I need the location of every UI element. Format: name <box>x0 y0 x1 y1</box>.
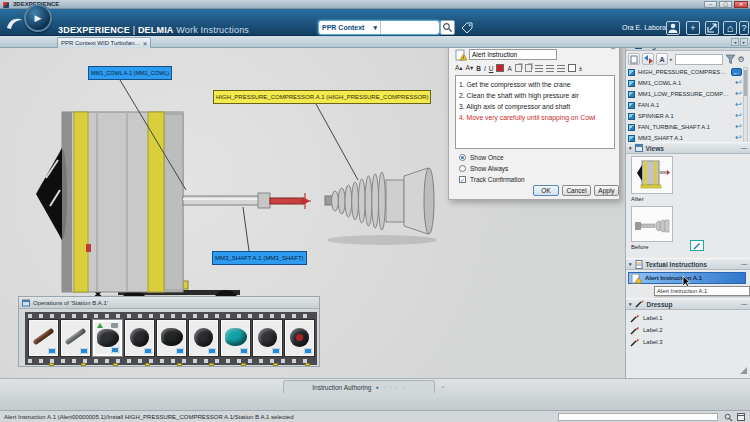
panel-minimize-icon[interactable]: — <box>741 261 747 267</box>
list-mode-button[interactable] <box>628 53 640 65</box>
inactive-dots[interactable]: ○ ○ ○ ○ <box>383 384 406 390</box>
gear-icon[interactable]: ⚙ <box>738 55 745 64</box>
filmstrip-frame-7[interactable] <box>221 320 250 356</box>
camera-badge-icon[interactable] <box>144 348 152 354</box>
align-right-icon[interactable] <box>557 65 565 72</box>
views-panel-header[interactable]: ▾ Views — <box>626 142 750 154</box>
font-color-button[interactable]: A <box>507 65 511 72</box>
instruction-authoring-tab[interactable]: Instruction Authoring ● ○ ○ ○ ○ <box>283 380 435 393</box>
checkbox-checked-icon[interactable]: ✓ <box>459 176 466 183</box>
camera-badge-icon[interactable] <box>240 348 248 354</box>
mfg-tree-item[interactable]: FAN A.1 ↩ <box>628 100 742 110</box>
underline-button[interactable]: U <box>489 65 494 72</box>
view-before-thumbnail[interactable] <box>631 206 673 242</box>
expand-icon[interactable]: ▸ <box>670 56 673 62</box>
textual-panel-header[interactable]: ▾ Textual Instructions — <box>626 258 750 270</box>
mfg-tree-item[interactable]: SPINNER A.1 ↩ <box>628 111 742 121</box>
mfg-tree-item[interactable]: FAN_TURBINE_SHAFT A.1 ↩ <box>628 122 742 132</box>
collapse-icon[interactable]: ▾ <box>629 301 632 307</box>
back-arrow-icon[interactable]: ↩ <box>735 90 742 98</box>
filmstrip-frame-8[interactable] <box>253 320 282 356</box>
show-once-option[interactable]: Show Once <box>459 154 504 161</box>
add-button[interactable]: + <box>686 21 700 35</box>
engine-cowl[interactable] <box>36 112 183 292</box>
paste-icon[interactable] <box>525 64 532 72</box>
back-arrow-icon[interactable]: ↩ <box>735 101 742 109</box>
assign-arrow-icon[interactable]: ← <box>731 68 742 76</box>
align-left-icon[interactable] <box>535 65 543 72</box>
part-label-shaft[interactable]: MM3_SHAFT A.1 (MM3_SHAFT) <box>212 251 307 265</box>
plus-minus-icon[interactable]: ± <box>579 65 583 72</box>
active-dot[interactable]: ● <box>375 384 378 390</box>
collapse-icon[interactable]: ▾ <box>629 145 632 151</box>
instruction-title-input[interactable] <box>469 49 557 60</box>
camera-badge-icon[interactable] <box>208 348 216 354</box>
minimize-button[interactable]: – <box>704 1 717 8</box>
rename-button[interactable]: A <box>656 53 668 65</box>
filmstrip-frame-5[interactable] <box>157 320 186 356</box>
part-label-compressor[interactable]: HIGH_PRESSURE_COMPRESSOR.A.1 (HIGH_PRESS… <box>213 90 431 104</box>
camera-badge-icon[interactable] <box>48 348 56 354</box>
profile-button[interactable] <box>666 21 680 35</box>
align-center-icon[interactable] <box>546 65 554 72</box>
italic-button[interactable]: I <box>484 65 486 72</box>
toolbar-collapse-chevron[interactable]: ⌄ <box>440 382 446 390</box>
dressup-panel-header[interactable]: ▾ Dressup — <box>626 298 750 310</box>
filmstrip-frame-3[interactable] <box>93 320 122 356</box>
filmstrip-frame-9[interactable] <box>285 320 314 356</box>
home-button[interactable]: ⌂ <box>723 21 737 35</box>
camera-badge-icon[interactable] <box>304 348 312 354</box>
mfg-tree-item[interactable]: HIGH_PRESSURE_COMPRESSOR A.1 ← <box>628 67 742 77</box>
panel-resize-grip[interactable] <box>740 367 747 374</box>
global-search-input[interactable] <box>381 21 439 34</box>
camera-badge-icon[interactable] <box>176 348 184 354</box>
ppr-context-dropdown[interactable]: PPR Context ▾ <box>319 21 381 34</box>
bold-button[interactable]: B <box>476 65 481 72</box>
shaft[interactable] <box>183 193 311 209</box>
filter-funnel-icon[interactable] <box>725 54 736 65</box>
text-color-swatch[interactable] <box>496 64 504 72</box>
instruction-text-area[interactable]: 1. Get the compressor with the crane 2. … <box>455 75 615 149</box>
status-search-icon[interactable] <box>724 413 733 422</box>
status-window-icon[interactable] <box>737 413 745 421</box>
cancel-button[interactable]: Cancel <box>562 185 591 196</box>
show-always-option[interactable]: Show Always <box>459 165 508 172</box>
user-name[interactable]: Ora E. Labora <box>622 24 666 31</box>
swap-items-button[interactable] <box>642 53 654 65</box>
command-input[interactable] <box>558 413 718 421</box>
filmstrip-frame-1[interactable] <box>29 320 58 356</box>
tab-scroll-left[interactable]: ◂ <box>731 38 739 46</box>
tab-scroll-right[interactable]: ▸ <box>740 38 748 46</box>
copy-icon[interactable] <box>515 64 522 72</box>
mfg-tree-item[interactable]: MM1_LOW_PRESSURE_COMPRESSOR A.1 ↩ <box>628 89 742 99</box>
dressup-item[interactable]: Label.3 <box>630 337 740 347</box>
tag-icon[interactable] <box>461 22 473 34</box>
back-arrow-icon[interactable]: ↩ <box>735 134 742 142</box>
ok-button[interactable]: OK <box>533 185 559 196</box>
mfg-tree-item[interactable]: MM1_COWL A.1 ↩ <box>628 78 742 88</box>
help-button[interactable]: ? <box>739 21 749 35</box>
dressup-item[interactable]: Label.1 <box>630 313 740 323</box>
camera-badge-icon[interactable] <box>80 348 88 354</box>
filmstrip-frame-4[interactable] <box>125 320 154 356</box>
panel-minimize-icon[interactable]: — <box>741 145 747 151</box>
tab-close-icon[interactable]: ✕ <box>142 40 147 47</box>
share-button[interactable] <box>705 21 719 35</box>
filmstrip-header[interactable]: Operations of 'Station B.A.1' <box>19 297 319 309</box>
dressup-item[interactable]: Label.2 <box>630 325 740 335</box>
close-button[interactable]: ✕ <box>734 1 748 8</box>
high-pressure-compressor[interactable] <box>325 168 434 234</box>
radio-selected-icon[interactable] <box>459 154 466 161</box>
apply-button[interactable]: Apply <box>594 185 619 196</box>
view-after-thumbnail[interactable] <box>631 156 673 194</box>
track-confirmation-option[interactable]: ✓ Track Confirmation <box>459 176 525 183</box>
font-increase-icon[interactable]: A▴ <box>455 64 463 72</box>
filmstrip-frame-2[interactable] <box>61 320 90 356</box>
back-arrow-icon[interactable]: ↩ <box>735 79 742 87</box>
part-label-cowl[interactable]: MM1_COWL A.1 (MM1_COWL) <box>88 66 172 80</box>
edit-view-button[interactable] <box>690 240 704 251</box>
camera-badge-icon[interactable] <box>111 347 119 353</box>
font-decrease-icon[interactable]: A▾ <box>466 64 474 72</box>
back-arrow-icon[interactable]: ↩ <box>735 112 742 120</box>
mfg-scrollbar[interactable] <box>743 67 748 143</box>
